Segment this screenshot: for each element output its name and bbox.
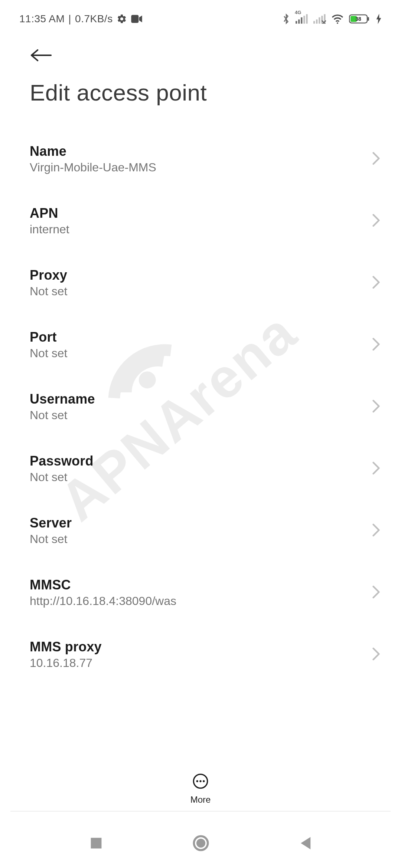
field-value: Virgin-Mobile-Uae-MMS — [30, 161, 156, 174]
status-bar: 11:35 AM | 0.7KB/s 4G 38 — [0, 0, 401, 30]
divider — [10, 811, 391, 812]
system-nav-bar — [0, 820, 401, 868]
svg-rect-5 — [306, 14, 307, 24]
field-label: Server — [30, 515, 72, 531]
svg-point-19 — [196, 780, 198, 782]
field-value: 10.16.18.77 — [30, 656, 102, 670]
svg-point-11 — [337, 22, 338, 24]
svg-rect-3 — [301, 17, 302, 24]
field-label: MMS proxy — [30, 639, 102, 655]
chevron-right-icon — [372, 523, 382, 538]
field-port[interactable]: Port Not set — [30, 314, 382, 376]
app-bar — [0, 30, 401, 68]
field-password[interactable]: Password Not set — [30, 438, 382, 500]
more-label: More — [190, 795, 211, 805]
lightning-icon — [376, 14, 382, 24]
status-time: 11:35 AM — [19, 13, 65, 25]
status-bar-right: 4G 38 — [282, 13, 382, 25]
field-username[interactable]: Username Not set — [30, 376, 382, 438]
battery-icon: 38 — [349, 14, 371, 24]
chevron-right-icon — [372, 461, 382, 476]
field-label: Password — [30, 453, 94, 469]
svg-rect-0 — [131, 15, 138, 23]
network-type-label: 4G — [295, 10, 301, 15]
field-mmsc[interactable]: MMSC http://10.16.18.4:38090/was — [30, 562, 382, 624]
square-icon — [89, 836, 103, 850]
field-value: Not set — [30, 408, 95, 422]
page-title: Edit access point — [0, 68, 401, 128]
chevron-right-icon — [372, 152, 382, 167]
svg-rect-13 — [368, 17, 369, 21]
status-bar-left: 11:35 AM | 0.7KB/s — [19, 13, 143, 25]
more-button[interactable]: More — [190, 773, 211, 805]
circle-icon — [193, 835, 209, 851]
field-name[interactable]: Name Virgin-Mobile-Uae-MMS — [30, 128, 382, 190]
signal-sim2-icon — [313, 14, 326, 24]
chevron-right-icon — [372, 276, 382, 290]
signal-sim1-icon: 4G — [296, 14, 308, 24]
svg-point-24 — [196, 839, 205, 848]
field-value: Not set — [30, 532, 72, 546]
status-separator: | — [68, 13, 71, 25]
settings-list: Name Virgin-Mobile-Uae-MMS APN internet … — [0, 128, 401, 685]
nav-recent-button[interactable] — [86, 833, 107, 855]
field-label: Proxy — [30, 267, 67, 283]
field-mms-proxy[interactable]: MMS proxy 10.16.18.77 — [30, 624, 382, 685]
field-value: Not set — [30, 470, 94, 484]
field-value: Not set — [30, 285, 67, 298]
svg-point-20 — [199, 780, 201, 782]
more-icon — [192, 773, 209, 791]
svg-rect-22 — [91, 838, 102, 849]
field-value: http://10.16.18.4:38090/was — [30, 594, 176, 608]
triangle-left-icon — [299, 836, 312, 850]
svg-text:38: 38 — [355, 16, 361, 22]
svg-rect-2 — [298, 19, 300, 23]
svg-rect-9 — [321, 16, 323, 24]
field-server[interactable]: Server Not set — [30, 500, 382, 562]
back-arrow-icon — [30, 47, 53, 63]
chevron-right-icon — [372, 647, 382, 662]
field-label: Port — [30, 329, 67, 345]
field-value: Not set — [30, 346, 67, 360]
svg-rect-4 — [303, 16, 305, 24]
gear-icon — [117, 14, 127, 24]
bottom-action-bar: More — [0, 767, 401, 811]
chevron-right-icon — [372, 338, 382, 352]
svg-point-21 — [203, 780, 205, 782]
svg-rect-7 — [316, 19, 317, 23]
video-icon — [131, 14, 143, 23]
svg-rect-1 — [296, 21, 297, 24]
nav-home-button[interactable] — [189, 831, 213, 857]
back-button[interactable] — [30, 47, 53, 65]
chevron-right-icon — [372, 214, 382, 228]
field-label: APN — [30, 206, 69, 221]
field-label: Username — [30, 391, 95, 407]
field-label: MMSC — [30, 577, 176, 593]
status-data-rate: 0.7KB/s — [75, 13, 113, 25]
chevron-right-icon — [372, 400, 382, 414]
field-label: Name — [30, 144, 156, 159]
field-value: internet — [30, 223, 69, 236]
bluetooth-icon — [282, 13, 290, 25]
field-apn[interactable]: APN internet — [30, 190, 382, 252]
svg-rect-6 — [313, 21, 315, 24]
wifi-icon — [331, 14, 344, 24]
nav-back-button[interactable] — [295, 832, 315, 855]
field-proxy[interactable]: Proxy Not set — [30, 252, 382, 314]
chevron-right-icon — [372, 585, 382, 600]
svg-rect-8 — [319, 17, 320, 24]
content-scroll[interactable]: APNArena Name Virgin-Mobile-Uae-MMS APN … — [0, 128, 401, 759]
